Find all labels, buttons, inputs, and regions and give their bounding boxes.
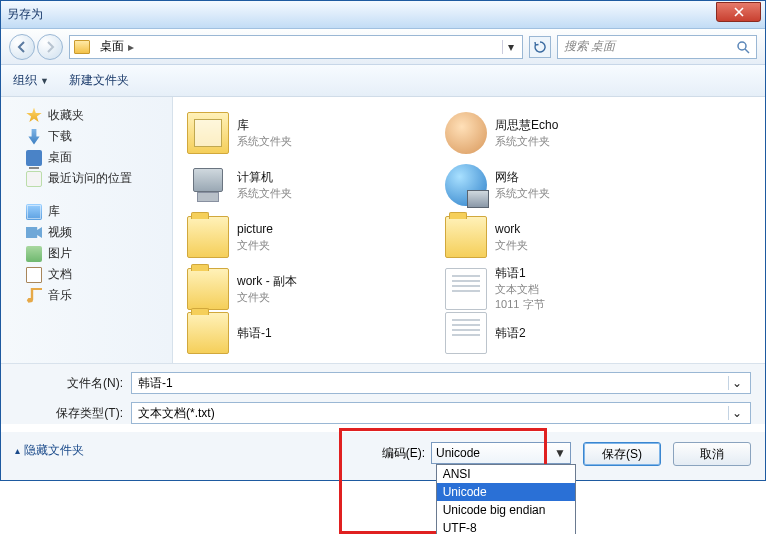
nav-bar: 桌面 ▸ ▾ 搜索 桌面: [1, 29, 765, 65]
music-icon: [26, 288, 42, 304]
filetype-label: 保存类型(T):: [15, 405, 123, 422]
lib-icon: [187, 112, 229, 154]
chevron-down-icon: [11, 207, 20, 216]
recent-icon: [26, 171, 42, 187]
encoding-option[interactable]: ANSI: [437, 465, 575, 483]
sidebar-favorites[interactable]: 收藏夹: [5, 105, 168, 126]
computer-icon: [187, 164, 229, 206]
dialog-title: 另存为: [7, 6, 716, 23]
cancel-button[interactable]: 取消: [673, 442, 751, 466]
folder-icon: [445, 216, 487, 258]
file-list[interactable]: 库系统文件夹周思慧Echo系统文件夹计算机系统文件夹网络系统文件夹picture…: [173, 97, 765, 363]
back-button[interactable]: [9, 34, 35, 60]
item-subtitle: 系统文件夹: [237, 134, 292, 149]
toolbar: 组织▼ 新建文件夹: [1, 65, 765, 97]
folder-icon: [187, 312, 229, 354]
item-size: 1011 字节: [495, 297, 545, 312]
title-bar: 另存为: [1, 1, 765, 29]
close-icon: [734, 7, 744, 17]
organize-menu[interactable]: 组织▼: [13, 72, 49, 89]
item-name: picture: [237, 221, 273, 238]
encoding-dropdown-list: ANSIUnicodeUnicode big endianUTF-8: [436, 464, 576, 534]
picture-icon: [26, 246, 42, 262]
library-icon: [26, 204, 42, 220]
filename-input[interactable]: 韩语-1⌄: [131, 372, 751, 394]
arrow-right-icon: [44, 41, 56, 53]
list-item[interactable]: 库系统文件夹: [181, 107, 439, 159]
filetype-select[interactable]: 文本文档(*.txt)⌄: [131, 402, 751, 424]
svg-point-0: [738, 42, 746, 50]
folder-icon: [187, 216, 229, 258]
item-name: 韩语2: [495, 325, 526, 342]
chevron-down-icon: ▼: [554, 446, 566, 460]
sidebar-item-desktop[interactable]: 桌面: [5, 147, 168, 168]
folder-icon: [187, 268, 229, 310]
encoding-option[interactable]: Unicode big endian: [437, 501, 575, 519]
search-placeholder: 搜索 桌面: [564, 38, 736, 55]
item-subtitle: 系统文件夹: [495, 134, 558, 149]
item-name: 网络: [495, 169, 550, 186]
item-subtitle: 系统文件夹: [495, 186, 550, 201]
sidebar-item-downloads[interactable]: 下载: [5, 126, 168, 147]
download-icon: [26, 129, 42, 145]
search-input[interactable]: 搜索 桌面: [557, 35, 757, 59]
list-item[interactable]: 韩语2: [439, 315, 697, 351]
encoding-option[interactable]: Unicode: [437, 483, 575, 501]
list-item[interactable]: 计算机系统文件夹: [181, 159, 439, 211]
desktop-icon: [26, 150, 42, 166]
chevron-down-icon: ▼: [40, 76, 49, 86]
hide-folders-link[interactable]: ▴隐藏文件夹: [15, 442, 84, 459]
item-name: 周思慧Echo: [495, 117, 558, 134]
new-folder-button[interactable]: 新建文件夹: [69, 72, 129, 89]
list-item[interactable]: 周思慧Echo系统文件夹: [439, 107, 697, 159]
txt-icon: [445, 268, 487, 310]
svg-line-1: [745, 49, 749, 53]
list-item[interactable]: work - 副本文件夹: [181, 263, 439, 315]
sidebar: 收藏夹 下载 桌面 最近访问的位置 库 视频 图片 文档 音乐: [1, 97, 173, 363]
folder-icon: [74, 40, 90, 54]
list-item[interactable]: picture文件夹: [181, 211, 439, 263]
item-name: 韩语-1: [237, 325, 272, 342]
encoding-option[interactable]: UTF-8: [437, 519, 575, 534]
network-icon: [445, 164, 487, 206]
user-icon: [445, 112, 487, 154]
forward-button[interactable]: [37, 34, 63, 60]
sidebar-libraries[interactable]: 库: [5, 201, 168, 222]
address-dropdown[interactable]: ▾: [502, 40, 518, 54]
item-subtitle: 文件夹: [237, 238, 273, 253]
save-button[interactable]: 保存(S): [583, 442, 661, 466]
item-name: 计算机: [237, 169, 292, 186]
filename-label: 文件名(N):: [15, 375, 123, 392]
star-icon: [26, 108, 42, 124]
chevron-down-icon[interactable]: ⌄: [728, 406, 744, 420]
sidebar-item-videos[interactable]: 视频: [5, 222, 168, 243]
search-icon: [736, 40, 750, 54]
list-item[interactable]: 网络系统文件夹: [439, 159, 697, 211]
encoding-select[interactable]: Unicode ▼: [431, 442, 571, 464]
txt-icon: [445, 312, 487, 354]
chevron-right-icon[interactable]: ▸: [128, 40, 134, 54]
sidebar-item-recent[interactable]: 最近访问的位置: [5, 168, 168, 189]
sidebar-item-documents[interactable]: 文档: [5, 264, 168, 285]
list-item[interactable]: work文件夹: [439, 211, 697, 263]
item-name: work: [495, 221, 528, 238]
refresh-icon: [534, 41, 546, 53]
item-subtitle: 文本文档: [495, 282, 545, 297]
arrow-left-icon: [16, 41, 28, 53]
chevron-down-icon[interactable]: ⌄: [728, 376, 744, 390]
list-item[interactable]: 韩语-1: [181, 315, 439, 351]
breadcrumb[interactable]: 桌面: [96, 38, 128, 55]
sidebar-item-pictures[interactable]: 图片: [5, 243, 168, 264]
encoding-label: 编码(E):: [382, 442, 425, 462]
item-name: 韩语1: [495, 265, 545, 282]
item-subtitle: 文件夹: [237, 290, 297, 305]
sidebar-item-music[interactable]: 音乐: [5, 285, 168, 306]
item-name: work - 副本: [237, 273, 297, 290]
close-button[interactable]: [716, 2, 761, 22]
address-bar[interactable]: 桌面 ▸ ▾: [69, 35, 523, 59]
chevron-up-icon: ▴: [15, 445, 20, 456]
item-name: 库: [237, 117, 292, 134]
list-item[interactable]: 韩语1文本文档1011 字节: [439, 263, 697, 315]
item-subtitle: 系统文件夹: [237, 186, 292, 201]
refresh-button[interactable]: [529, 36, 551, 58]
